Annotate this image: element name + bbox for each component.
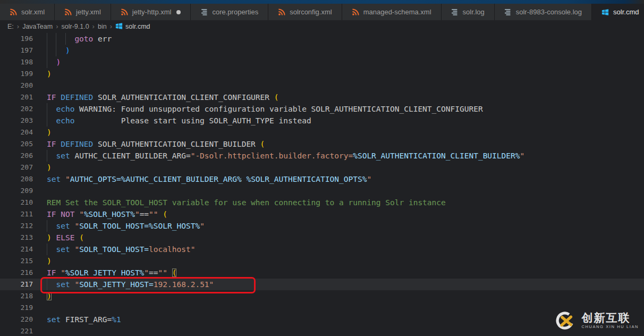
tab-solrconfig.xml[interactable]: solrconfig.xml	[268, 4, 342, 20]
tab-jetty-http.xml[interactable]: jetty-http.xml	[111, 4, 191, 20]
code-line-206[interactable]: 206 set AUTHC_CLIENT_BUILDER_ARG="-Dsolr…	[0, 150, 644, 162]
code-line-210[interactable]: 210REM Set the SOLR_TOOL_HOST variable f…	[0, 197, 644, 208]
code-line-211[interactable]: 211IF NOT "%SOLR_HOST%"=="" (	[0, 208, 644, 220]
code-line-content: IF DEFINED SOLR_AUTHENTICATION_CLIENT_CO…	[35, 91, 644, 103]
code-line-214[interactable]: 214 set "SOLR_TOOL_HOST=localhost"	[0, 243, 644, 255]
breadcrumb-item-bin[interactable]: bin	[98, 23, 107, 30]
indent-guide	[65, 33, 66, 45]
code-line-219[interactable]: 219	[0, 302, 644, 314]
line-number: 202	[0, 103, 35, 115]
line-number: 200	[0, 80, 35, 91]
indent-guide	[47, 45, 47, 56]
line-number: 210	[0, 197, 35, 208]
code-line-215[interactable]: 215)	[0, 255, 644, 267]
code-line-content: set AUTHC_CLIENT_BUILDER_ARG="-Dsolr.htt…	[35, 150, 644, 162]
code-line-202[interactable]: 202 echo WARNING: Found unsupported conf…	[0, 103, 644, 115]
line-number: 196	[0, 33, 35, 45]
breadcrumb-item-E[interactable]: E:	[7, 23, 14, 30]
tab-label: jetty-http.xml	[132, 8, 172, 16]
code-line-216[interactable]: 216IF "%SOLR_JETTY_HOST%"=="" (	[0, 267, 644, 279]
line-number: 198	[0, 56, 35, 68]
tab-label: managed-schema.xml	[363, 8, 431, 16]
xml-file-icon	[64, 9, 72, 16]
indent-guide	[47, 150, 47, 162]
line-number: 211	[0, 208, 35, 220]
line-number: 201	[0, 91, 35, 103]
code-line-218[interactable]: 218)	[0, 290, 644, 302]
tab-label: solr.log	[463, 8, 485, 16]
code-line-content: )	[35, 56, 644, 68]
code-line-content: echo Please start using SOLR_AUTH_TYPE i…	[35, 115, 644, 127]
watermark-subtitle: CHUANG XIN HU LIAN	[581, 325, 639, 329]
unsaved-dot-icon[interactable]	[176, 10, 181, 14]
line-number: 199	[0, 68, 35, 80]
code-line-content: echo WARNING: Found unsupported configur…	[35, 103, 644, 115]
code-line-content: goto err	[35, 33, 644, 45]
code-line-203[interactable]: 203 echo Please start using SOLR_AUTH_TY…	[0, 115, 644, 127]
code-line-content: )	[35, 68, 644, 80]
code-line-content: IF NOT "%SOLR_HOST%"=="" (	[35, 208, 644, 220]
indent-guide	[47, 103, 47, 115]
code-line-198[interactable]: 198 )	[0, 56, 644, 68]
tab-managed-schema.xml[interactable]: managed-schema.xml	[342, 4, 442, 20]
line-number: 203	[0, 115, 35, 127]
tab-solr.cmd[interactable]: solr.cmd	[592, 4, 644, 20]
tab-label: core.properties	[212, 8, 258, 16]
tab-solr.log[interactable]: solr.log	[442, 4, 495, 20]
code-line-content: IF DEFINED SOLR_AUTHENTICATION_CLIENT_BU…	[35, 138, 644, 150]
code-line-213[interactable]: 213) ELSE (	[0, 232, 644, 243]
breadcrumb-item-JavaTeam[interactable]: JavaTeam	[22, 23, 53, 30]
tab-label: solr.cmd	[613, 8, 639, 16]
code-line-196[interactable]: 196 goto err	[0, 33, 644, 45]
code-line-220[interactable]: 220set FIRST_ARG=%1	[0, 314, 644, 325]
indent-guide	[47, 243, 47, 255]
code-line-content: )	[35, 290, 644, 302]
line-number: 208	[0, 173, 35, 185]
code-line-content: set "SOLR_JETTY_HOST=192.168.2.51"	[35, 279, 644, 290]
line-number: 207	[0, 162, 35, 173]
breadcrumb-item-solr-9.1.0[interactable]: solr-9.1.0	[61, 23, 89, 30]
line-number: 213	[0, 232, 35, 243]
tab-solr.xml[interactable]: solr.xml	[0, 4, 55, 20]
line-number: 220	[0, 314, 35, 325]
code-line-197[interactable]: 197 )	[0, 45, 644, 56]
code-line-207[interactable]: 207)	[0, 162, 644, 173]
code-line-content: ) ELSE (	[35, 232, 644, 243]
list-file-icon	[504, 9, 512, 16]
line-number: 204	[0, 127, 35, 138]
code-line-content: set "SOLR_TOOL_HOST=%SOLR_HOST%"	[35, 220, 644, 232]
code-line-199[interactable]: 199)	[0, 68, 644, 80]
code-editor[interactable]: 196 goto err197 )198 )199)200201IF DEFIN…	[0, 33, 644, 336]
breadcrumb-item-solr.cmd[interactable]: solr.cmd	[115, 22, 150, 31]
indent-guide	[47, 33, 47, 45]
code-line-204[interactable]: 204)	[0, 127, 644, 138]
code-line-content	[35, 185, 644, 197]
code-line-content	[35, 80, 644, 91]
line-number: 217	[0, 279, 35, 290]
code-line-217[interactable]: 217 set "SOLR_JETTY_HOST=192.168.2.51"	[0, 279, 644, 290]
line-number: 221	[0, 325, 35, 336]
code-line-201[interactable]: 201IF DEFINED SOLR_AUTHENTICATION_CLIENT…	[0, 91, 644, 103]
chevron-right-icon: ›	[56, 22, 58, 30]
line-number: 205	[0, 138, 35, 150]
indent-guide	[56, 33, 56, 45]
line-number: 215	[0, 255, 35, 267]
code-line-content: set "AUTHC_OPTS=%AUTHC_CLIENT_BUILDER_AR…	[35, 173, 644, 185]
tab-core.properties[interactable]: core.properties	[191, 4, 268, 20]
xml-file-icon	[352, 9, 359, 16]
windows-file-icon	[115, 22, 123, 31]
code-line-221[interactable]: 221	[0, 325, 644, 336]
vscode-window: { "tabs": [ { "label": "solr.xml", "icon…	[0, 0, 644, 336]
line-number: 219	[0, 302, 35, 314]
code-line-205[interactable]: 205IF DEFINED SOLR_AUTHENTICATION_CLIENT…	[0, 138, 644, 150]
code-line-content	[35, 325, 644, 336]
indent-guide	[47, 115, 47, 127]
list-file-icon	[200, 9, 208, 16]
code-line-200[interactable]: 200	[0, 80, 644, 91]
tab-jetty.xml[interactable]: jetty.xml	[55, 4, 111, 20]
tab-solr-8983-console.log[interactable]: solr-8983-console.log	[495, 4, 592, 20]
line-number: 212	[0, 220, 35, 232]
code-line-208[interactable]: 208set "AUTHC_OPTS=%AUTHC_CLIENT_BUILDER…	[0, 173, 644, 185]
code-line-209[interactable]: 209	[0, 185, 644, 197]
code-line-212[interactable]: 212 set "SOLR_TOOL_HOST=%SOLR_HOST%"	[0, 220, 644, 232]
